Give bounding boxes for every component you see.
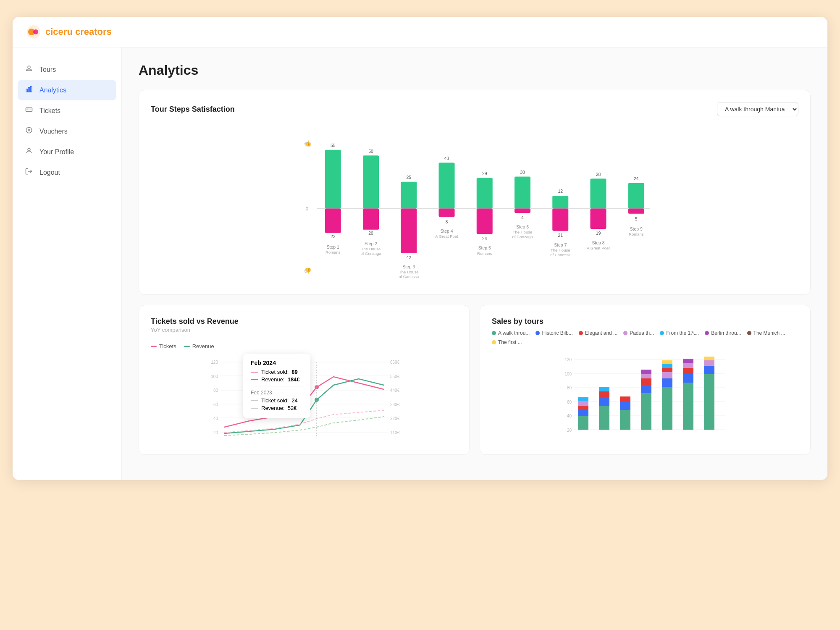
- main-content: Analytics Tour Steps Satisfaction A walk…: [122, 47, 827, 480]
- svg-text:24: 24: [482, 236, 487, 241]
- svg-point-9: [28, 148, 30, 151]
- svg-rect-56: [552, 196, 568, 208]
- tickets-revenue-title: Tickets sold vs Revenue: [151, 317, 239, 326]
- legend-revenue: Revenue: [184, 343, 214, 349]
- logout-icon: [24, 168, 34, 177]
- svg-text:60: 60: [567, 400, 572, 404]
- logo-icon: [26, 24, 41, 39]
- tooltip-line-pink: [251, 372, 258, 373]
- svg-text:21: 21: [558, 233, 563, 238]
- svg-text:60: 60: [213, 402, 218, 407]
- tooltip-tickets-label: Ticket sold:: [261, 369, 289, 375]
- svg-text:Step 4: Step 4: [440, 229, 453, 234]
- svg-rect-112: [578, 397, 588, 401]
- svg-text:330€: 330€: [390, 402, 400, 407]
- tooltip-period-2023: Feb 2023: [251, 390, 303, 396]
- sales-legend-item-7: The Munich ...: [747, 330, 785, 336]
- svg-rect-31: [401, 209, 417, 253]
- svg-point-3: [28, 66, 30, 68]
- tickets-revenue-header: Tickets sold vs Revenue YoY comparison: [151, 317, 457, 340]
- svg-text:23: 23: [331, 234, 336, 239]
- svg-rect-136: [704, 374, 714, 430]
- tours-icon: [24, 65, 34, 74]
- sales-tours-header: Sales by tours: [492, 317, 798, 326]
- svg-text:0: 0: [306, 206, 308, 211]
- svg-rect-128: [662, 368, 672, 372]
- svg-text:👍: 👍: [304, 140, 312, 147]
- sidebar-item-analytics[interactable]: Analytics: [18, 80, 116, 100]
- svg-rect-38: [439, 209, 455, 217]
- svg-rect-44: [477, 209, 493, 234]
- svg-rect-125: [662, 387, 672, 430]
- tour-selector[interactable]: A walk through Mantua: [717, 102, 798, 116]
- sidebar-item-vouchers[interactable]: Vouchers: [13, 121, 121, 142]
- svg-text:120: 120: [211, 360, 218, 365]
- svg-rect-131: [683, 383, 693, 430]
- svg-rect-23: [363, 155, 379, 208]
- sidebar-item-profile[interactable]: Your Profile: [13, 142, 121, 162]
- logo: ciceru creators: [26, 24, 112, 39]
- svg-text:Romans: Romans: [477, 251, 492, 256]
- svg-rect-49: [514, 177, 530, 209]
- sales-legend-item-6: Berlin throu...: [705, 330, 741, 336]
- sidebar-label-profile: Your Profile: [39, 148, 74, 156]
- sidebar-item-logout[interactable]: Logout: [13, 162, 121, 183]
- analytics-icon: [24, 85, 34, 95]
- svg-rect-109: [578, 410, 588, 416]
- sales-legend-item-3: Elegant and ...: [579, 330, 617, 336]
- legend-dot-3: [579, 331, 583, 335]
- profile-icon: [24, 147, 34, 157]
- sidebar-item-tours[interactable]: Tours: [13, 59, 121, 80]
- svg-text:120: 120: [564, 357, 572, 362]
- svg-text:30: 30: [520, 170, 525, 175]
- svg-rect-57: [552, 209, 568, 231]
- svg-rect-122: [641, 378, 651, 385]
- legend-dot-tickets: [151, 346, 157, 347]
- svg-rect-120: [641, 393, 651, 430]
- svg-text:Step 7: Step 7: [554, 243, 567, 247]
- svg-text:Romans: Romans: [326, 250, 341, 255]
- sales-stacked-bar-chart: 20 40 60 80 100 120: [492, 351, 798, 444]
- svg-text:20: 20: [213, 430, 218, 435]
- svg-rect-43: [477, 178, 493, 208]
- svg-text:20: 20: [368, 231, 373, 236]
- svg-text:A Great Poet: A Great Poet: [435, 234, 458, 239]
- svg-rect-135: [683, 359, 693, 363]
- vouchers-icon: [24, 126, 34, 136]
- svg-text:of Gonzaga: of Gonzaga: [360, 251, 381, 256]
- bottom-row: Tickets sold vs Revenue YoY comparison T…: [139, 305, 811, 465]
- page-title: Analytics: [139, 63, 811, 78]
- tooltip-tickets-2023-value: 24: [291, 397, 297, 404]
- sidebar-label-logout: Logout: [39, 169, 60, 176]
- sales-legend-item-2: Historic Bilb...: [536, 330, 572, 336]
- svg-text:24: 24: [634, 176, 639, 181]
- sidebar: Tours Analytics Tickets Vouchers: [13, 47, 122, 480]
- legend-dot-2: [536, 331, 540, 335]
- svg-rect-30: [401, 182, 417, 209]
- tooltip-period-2024: Feb 2024: [251, 360, 303, 366]
- svg-text:5: 5: [635, 217, 638, 221]
- legend-dot-6: [705, 331, 709, 335]
- svg-rect-6: [31, 86, 32, 92]
- svg-rect-138: [704, 360, 714, 366]
- svg-text:40: 40: [567, 414, 572, 418]
- sidebar-item-tickets[interactable]: Tickets: [13, 100, 121, 121]
- chart-tooltip: Feb 2024 Ticket sold: 89 Revenue: 184€: [243, 354, 310, 418]
- svg-rect-113: [599, 406, 609, 430]
- svg-rect-110: [578, 406, 588, 410]
- sales-legend: A walk throu... Historic Bilb... Elegant…: [492, 330, 798, 345]
- svg-rect-64: [591, 209, 606, 229]
- satisfaction-bar-chart: 60 👍 0 60 👎 55 23 Step: [151, 125, 798, 284]
- svg-rect-139: [704, 357, 714, 360]
- legend-dot-5: [660, 331, 664, 335]
- tooltip-tickets-value: 89: [291, 369, 297, 375]
- svg-rect-18: [325, 209, 341, 233]
- tooltip-revenue-2023-label: Revenue:: [261, 405, 285, 411]
- svg-text:The House: The House: [551, 248, 570, 252]
- tooltip-revenue-label: Revenue:: [261, 376, 285, 383]
- sales-tours-title: Sales by tours: [492, 317, 543, 326]
- svg-text:Step 1: Step 1: [327, 245, 339, 249]
- svg-text:660€: 660€: [390, 360, 400, 365]
- svg-text:Step 8: Step 8: [592, 241, 604, 245]
- app-window: ciceru creators Tours Analytics: [13, 17, 827, 480]
